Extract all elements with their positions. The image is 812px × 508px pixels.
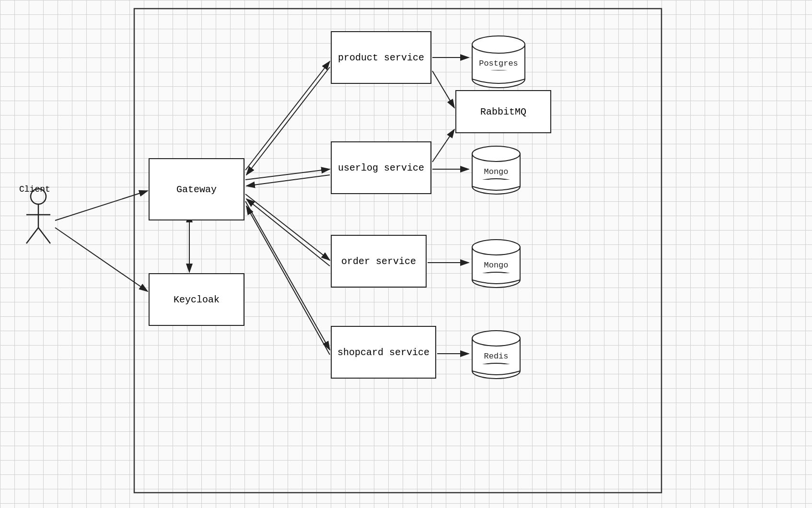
gateway-to-userlog-arrow <box>245 169 330 180</box>
product-to-gateway-arrow <box>246 67 330 175</box>
order-service-label: order service <box>341 256 416 267</box>
gateway-box: Gateway <box>149 158 244 220</box>
mongo2-label: Mongo <box>484 261 508 270</box>
order-service-box: order service <box>331 235 427 288</box>
svg-rect-19 <box>473 273 520 280</box>
svg-line-7 <box>38 228 50 243</box>
client-figure: Client <box>19 187 50 194</box>
rabbitmq-box: RabbitMQ <box>455 90 551 133</box>
userlog-to-gateway-arrow <box>246 175 330 186</box>
svg-point-9 <box>472 36 525 53</box>
shopcard-service-label: shopcard service <box>337 347 429 358</box>
svg-rect-11 <box>473 70 524 79</box>
product-service-box: product service <box>331 31 431 84</box>
product-to-rabbitmq-arrow <box>432 71 454 108</box>
svg-point-3 <box>31 189 46 204</box>
userlog-service-box: userlog service <box>331 141 431 194</box>
keycloak-label: Keycloak <box>174 294 220 305</box>
svg-line-6 <box>26 228 38 243</box>
userlog-to-rabbitmq-arrow <box>432 129 454 162</box>
svg-point-17 <box>472 240 520 255</box>
rabbitmq-label: RabbitMQ <box>480 106 526 117</box>
svg-rect-23 <box>473 364 520 371</box>
redis-label: Redis <box>484 352 508 361</box>
svg-rect-15 <box>473 180 520 186</box>
gateway-to-product-arrow <box>245 61 330 170</box>
mongo1-label: Mongo <box>484 167 508 176</box>
diagram-canvas: Client Gateway Keycloak product service … <box>0 0 812 508</box>
product-service-label: product service <box>338 52 424 63</box>
svg-point-13 <box>472 146 520 162</box>
redis-db-svg: Redis <box>467 326 812 508</box>
userlog-service-label: userlog service <box>338 162 424 173</box>
shopcard-service-box: shopcard service <box>331 326 436 379</box>
gateway-label: Gateway <box>176 184 217 195</box>
postgres-label: Postgres <box>479 59 518 68</box>
svg-point-21 <box>472 331 520 346</box>
keycloak-box: Keycloak <box>149 273 244 326</box>
